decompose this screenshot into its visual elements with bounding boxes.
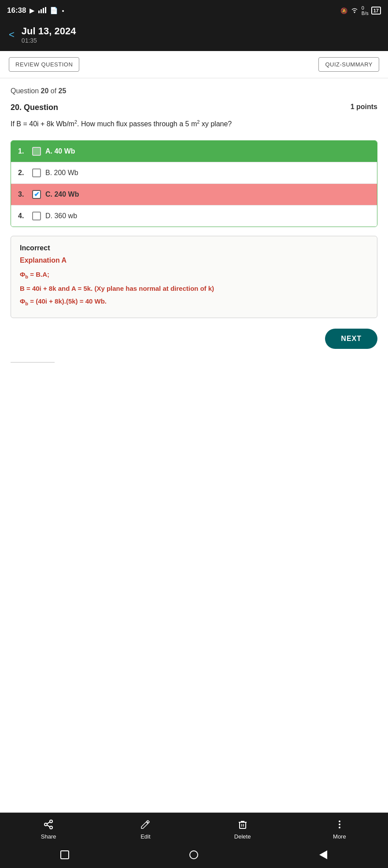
option-num-2: 2. [18,169,28,177]
square-icon [60,850,69,859]
back-nav-button[interactable] [316,848,330,862]
nav-label-delete: Delete [234,833,251,840]
question-body-text: If B = 40i + 8k Wb/m2. How much flux pas… [11,120,232,128]
nav-item-delete[interactable]: Delete [227,819,258,840]
svg-point-13 [339,820,340,822]
toolbar: REVIEW QUESTION QUIZ-SUMMARY [0,51,388,78]
svg-rect-0 [38,11,40,13]
option-label-2: B. 200 Wb [45,169,78,177]
option-label-4: D. 360 wb [45,212,77,220]
speed-label: 0B/s [362,5,369,16]
question-total: 25 [59,87,67,95]
question-count: Question 20 of 25 [11,87,377,95]
explanation-box: Incorrect Explanation A Φb = B.A; B = 40… [11,236,377,318]
play-icon: ▶ [30,7,35,15]
option-label-3: C. 240 Wb [45,190,79,198]
explanation-line-3: Φb = (40i + 8k).(5k) = 40 Wb. [20,296,368,308]
header-subtitle: 01:35 [22,37,76,44]
svg-rect-10 [240,822,246,828]
svg-line-9 [47,825,50,827]
status-bar: 16:38 ▶ 📄 • 🔕 0B/s 17 [0,0,388,21]
question-points: 1 points [351,103,377,111]
question-body: If B = 40i + 8k Wb/m2. How much flux pas… [11,118,377,130]
option-num-4: 4. [18,212,28,220]
explanation-title: Explanation A [20,256,368,264]
next-row: NEXT [11,329,377,349]
delete-icon [237,819,248,831]
triangle-icon [319,850,327,859]
option-row-4[interactable]: 4. D. 360 wb [11,205,377,227]
system-nav [0,843,388,868]
status-right: 🔕 0B/s 17 [340,5,381,16]
svg-line-8 [47,822,50,824]
svg-point-15 [339,827,340,828]
square-nav-button[interactable] [58,848,72,862]
home-nav-button[interactable] [187,848,201,862]
header: < Jul 13, 2024 01:35 [0,21,388,51]
svg-rect-1 [41,9,42,13]
quiz-summary-button[interactable]: QUIZ-SUMMARY [318,57,379,72]
svg-point-14 [339,824,340,825]
circle-icon [189,850,198,859]
doc-icon: 📄 [50,7,58,15]
svg-rect-3 [45,7,46,13]
option-num-1: 1. [18,147,28,155]
status-time: 16:38 [7,6,26,15]
header-title: Jul 13, 2024 [22,26,76,37]
svg-point-7 [50,826,52,829]
wifi-icon [350,7,359,15]
svg-point-6 [44,823,47,826]
question-title: 20. Question [11,103,58,112]
svg-rect-2 [43,8,44,13]
mute-icon: 🔕 [340,7,347,14]
nav-item-edit[interactable]: Edit [130,819,161,840]
svg-point-5 [50,820,52,823]
nav-label-more: More [333,833,346,840]
explanation-status: Incorrect [20,244,368,252]
option-checkbox-2 [32,168,41,177]
option-row-3[interactable]: 3. ✔ C. 240 Wb [11,184,377,205]
status-left: 16:38 ▶ 📄 • [7,6,64,15]
nav-label-edit: Edit [140,833,150,840]
review-question-button[interactable]: REVIEW QUESTION [9,57,79,72]
next-button[interactable]: NEXT [325,329,377,349]
option-num-3: 3. [18,190,28,198]
option-checkbox-1 [32,147,41,156]
svg-point-4 [354,11,355,13]
main-content: Question 20 of 25 20. Question 1 points … [0,78,388,813]
option-label-1: A. 40 Wb [45,147,75,155]
divider [11,362,55,363]
question-header: 20. Question 1 points [11,103,377,112]
share-icon [43,819,54,831]
battery-icon: 17 [371,7,381,15]
options-container: 1. A. 40 Wb 2. B. 200 Wb 3. ✔ C. 240 Wb … [11,140,377,227]
question-current: 20 [41,87,48,95]
question-separator: of [48,87,58,95]
option-row-2[interactable]: 2. B. 200 Wb [11,162,377,184]
option-checkbox-4 [32,212,41,220]
question-count-prefix: Question [11,87,41,95]
back-button[interactable]: < [9,29,15,40]
bottom-nav: Share Edit Delete [0,813,388,843]
nav-item-share[interactable]: Share [33,819,64,840]
nav-label-share: Share [41,833,56,840]
dot-indicator: • [62,7,64,15]
checkmark-icon: ✔ [34,190,40,198]
signal-icon [38,7,46,15]
explanation-line-2: B = 40i + 8k and A = 5k. (Xy plane has n… [20,283,368,294]
explanation-line-1: Φb = B.A; [20,269,368,281]
nav-item-more[interactable]: More [324,819,355,840]
option-row-1[interactable]: 1. A. 40 Wb [11,141,377,162]
edit-icon [140,819,151,831]
more-icon [334,819,345,831]
header-info: Jul 13, 2024 01:35 [22,26,76,44]
option-checkbox-3: ✔ [32,190,41,199]
